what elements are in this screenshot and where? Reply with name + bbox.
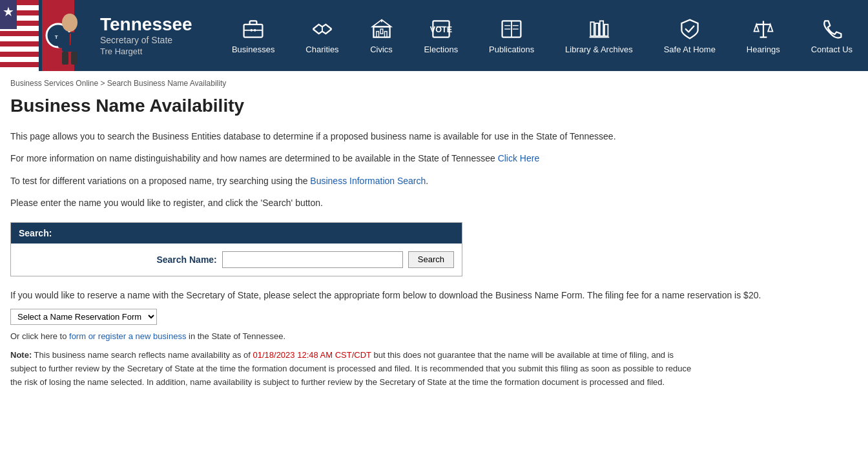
- intro-paragraph-3: To test for different variations on a pr…: [10, 174, 765, 188]
- site-header: ★ TN Tennessee Secretary of State Tre Ha…: [0, 0, 868, 71]
- form-register-link[interactable]: form or register a new business: [69, 331, 186, 341]
- name-reservation-dropdown[interactable]: Select a Name Reservation Form Domestic …: [10, 309, 157, 325]
- breadcrumb-current: Search Business Name Availability: [107, 79, 227, 88]
- breadcrumb-link-bso[interactable]: Business Services Online: [10, 79, 98, 88]
- or-click-text: Or click here to form or register a new …: [10, 331, 765, 341]
- svg-rect-44: [604, 24, 608, 36]
- main-content: Business Name Availability This page all…: [0, 92, 775, 408]
- svg-rect-6: [0, 47, 39, 52]
- phone-icon: [820, 17, 843, 41]
- svg-rect-7: [0, 57, 39, 62]
- shield-icon: [678, 17, 701, 41]
- note-text: Note: This business name search reflects…: [10, 349, 695, 389]
- intro-paragraph-2: For more information on name distinguish…: [10, 151, 765, 165]
- site-subtitle: Secretary of State: [100, 35, 203, 45]
- main-nav: Businesses Charities Civics: [216, 0, 868, 71]
- svg-text:★: ★: [3, 5, 14, 19]
- or-click-suffix: in the State of Tennessee.: [186, 331, 285, 341]
- search-name-label: Search Name:: [156, 254, 216, 265]
- nav-elections[interactable]: VOTE Elections: [418, 0, 463, 71]
- note-text-before: This business name search reflects name …: [34, 350, 253, 360]
- breadcrumb-separator: >: [100, 79, 107, 88]
- reserve-text: If you would like to reserve a name with…: [10, 288, 765, 302]
- header-brand: Tennessee Secretary of State Tre Hargett: [94, 15, 216, 56]
- intro-paragraph-1: This page allows you to search the Busin…: [10, 129, 765, 143]
- svg-rect-18: [62, 52, 68, 65]
- search-container: Search: Search Name: Search: [10, 222, 462, 276]
- nav-elections-label: Elections: [424, 45, 458, 54]
- nav-charities-label: Charities: [305, 45, 338, 54]
- nav-publications[interactable]: Publications: [484, 0, 539, 71]
- breadcrumb: Business Services Online > Search Busine…: [0, 71, 868, 92]
- intro-paragraph-4: Please enter the name you would like to …: [10, 196, 765, 210]
- nav-businesses[interactable]: Businesses: [227, 0, 280, 71]
- nav-contact-us[interactable]: Contact Us: [806, 0, 858, 71]
- page-title: Business Name Availability: [10, 96, 765, 116]
- nav-civics-label: Civics: [370, 45, 393, 54]
- note-date: 01/18/2023 12:48 AM CST/CDT: [253, 350, 371, 360]
- nav-library-archives-label: Library & Archives: [565, 45, 633, 54]
- note-label: Note:: [10, 350, 32, 360]
- search-button[interactable]: Search: [408, 251, 454, 268]
- svg-point-14: [62, 14, 78, 32]
- or-click-prefix: Or click here to: [10, 331, 69, 341]
- svg-rect-19: [71, 52, 78, 65]
- nav-publications-label: Publications: [489, 45, 534, 54]
- svg-rect-5: [0, 36, 39, 41]
- nav-charities[interactable]: Charities: [300, 0, 344, 71]
- svg-rect-43: [600, 21, 603, 36]
- nav-contact-us-label: Contact Us: [811, 45, 852, 54]
- svg-rect-42: [595, 23, 599, 36]
- handshake-icon: [311, 17, 334, 41]
- book-icon: [500, 17, 523, 41]
- site-title: Tennessee: [100, 15, 203, 35]
- nav-safe-at-home-label: Safe At Home: [664, 45, 716, 54]
- svg-rect-31: [384, 31, 387, 37]
- search-body: Search Name: Search: [11, 244, 462, 276]
- nav-civics[interactable]: Civics: [365, 0, 398, 71]
- click-here-link[interactable]: Click Here: [498, 153, 540, 163]
- nav-safe-at-home[interactable]: Safe At Home: [659, 0, 721, 71]
- svg-rect-30: [380, 29, 383, 34]
- columns-icon: [587, 17, 610, 41]
- svg-rect-17: [76, 34, 83, 48]
- scales-icon: [752, 17, 775, 41]
- ballot-icon: VOTE: [429, 17, 453, 41]
- briefcase-icon: [242, 17, 265, 41]
- svg-rect-29: [376, 31, 378, 37]
- business-info-search-link[interactable]: Business Information Search: [310, 176, 426, 186]
- search-header-label: Search:: [19, 228, 52, 238]
- intro2-prefix: For more information on name distinguish…: [10, 153, 498, 163]
- search-header: Search:: [11, 223, 462, 244]
- svg-rect-26: [373, 26, 389, 37]
- intro3-prefix: To test for different variations on a pr…: [10, 176, 310, 186]
- svg-rect-16: [58, 34, 65, 48]
- nav-businesses-label: Businesses: [232, 45, 274, 54]
- search-input[interactable]: [222, 251, 403, 268]
- svg-rect-8: [0, 67, 39, 71]
- intro3-suffix: .: [426, 176, 428, 186]
- secretary-name: Tre Hargett: [100, 47, 203, 56]
- nav-hearings[interactable]: Hearings: [741, 0, 785, 71]
- nav-hearings-label: Hearings: [747, 45, 780, 54]
- nav-library-archives[interactable]: Library & Archives: [560, 0, 638, 71]
- building-icon: [370, 17, 393, 41]
- svg-rect-41: [591, 22, 594, 36]
- header-logo: ★ TN: [0, 0, 94, 71]
- header-photo: ★ TN: [0, 0, 94, 71]
